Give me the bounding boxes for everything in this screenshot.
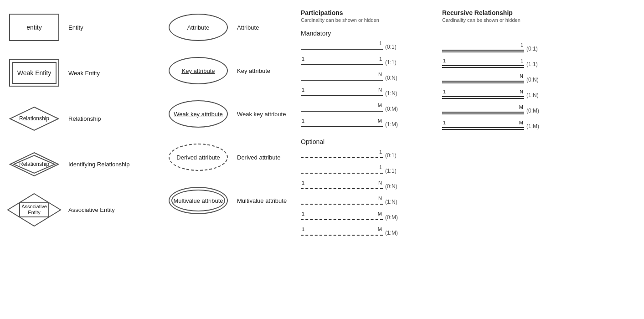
recursive-subtitle: Cardinality can be shown or hidden [442, 17, 561, 23]
mandatory-row-11: 1 1 (1:1) [301, 56, 433, 69]
opt-num-right-0N: N [378, 180, 382, 185]
assoc-entity-inner-label: AssociativeEntity [21, 204, 47, 216]
participations-title: Participations [301, 9, 433, 16]
rec-num-right-1M: M [519, 120, 523, 125]
optional-label: Optional [301, 138, 433, 145]
associative-entity-label: Associative Entity [68, 206, 115, 213]
recursive-line-11: 1 1 [442, 58, 524, 71]
cardinality-1M: (1:M) [383, 121, 406, 128]
identifying-relationship-diamond-label: Relationship [19, 161, 49, 167]
rec-num-left-11: 1 [443, 58, 446, 63]
attribute-shape-box: Attribute [164, 14, 232, 41]
rec-cardinality-1M: (1:M) [524, 123, 547, 129]
rec-cardinality-1N: (1:N) [524, 92, 547, 98]
num-right-11: 1 [379, 56, 382, 62]
key-attribute-label: Key attribute [237, 67, 292, 74]
mandatory-line-1N: 1 N [301, 87, 383, 100]
optional-line-1M: 1 M [301, 226, 383, 239]
recursive-row-11: 1 1 (1:1) [442, 58, 561, 71]
optional-row-0M: 1 M (0:M) [301, 211, 433, 224]
middle-panel: Attribute Attribute Key attribute Key at… [160, 9, 296, 242]
attribute-ellipse: Attribute [169, 14, 228, 41]
optional-row-0N: 1 N (0:N) [301, 180, 433, 193]
mandatory-row-0M: M (0:M) [301, 103, 433, 115]
optional-line-0N: 1 N [301, 180, 383, 193]
cardinality-0M: (0:M) [383, 106, 406, 112]
optional-row-01: 1 (0:1) [301, 149, 433, 162]
opt-num-right-11: 1 [379, 165, 382, 170]
associative-entity-shape: AssociativeEntity [7, 193, 62, 227]
recursive-line-0N: N [442, 73, 524, 86]
attribute-ellipse-label: Attribute [187, 24, 209, 31]
optional-row-1N: N (1:N) [301, 196, 433, 208]
associative-entity-row: AssociativeEntity Associative Entity [5, 191, 160, 228]
mandatory-row-1N: 1 N (1:N) [301, 87, 433, 100]
rec-num-right-0M: M [519, 104, 523, 110]
num-right-01: 1 [379, 41, 382, 46]
num-right-0N: N [378, 72, 382, 77]
mandatory-line-1M: 1 M [301, 118, 383, 131]
weak-entity-inner: Weak Entity [12, 62, 57, 84]
mandatory-line-11: 1 1 [301, 56, 383, 69]
associative-entity-shape-box: AssociativeEntity [5, 191, 64, 228]
participations-panel: Participations Cardinality can be shown … [296, 9, 433, 242]
entity-rect: entity [9, 14, 59, 41]
identifying-relationship-diamond: Relationship [9, 152, 59, 177]
rec-num-left-1M: 1 [443, 120, 446, 125]
cardinality-0N: (0:N) [383, 75, 406, 81]
relationship-diamond-label: Relationship [19, 115, 49, 122]
relationship-shape-box: Relationship [5, 103, 64, 134]
opt-num-right-0M: M [378, 211, 382, 216]
opt-num-left-0M: 1 [302, 211, 304, 216]
num-left-1M: 1 [302, 118, 304, 123]
mandatory-line-01: 1 [301, 41, 383, 53]
weak-entity-shape-box: Weak Entity [5, 59, 64, 87]
weak-key-attribute-shape-box: Weak key attribute [164, 100, 232, 128]
cardinality-01: (0:1) [383, 44, 406, 50]
entity-shape-box: entity [5, 14, 64, 41]
rec-num-right-01: 1 [520, 42, 523, 48]
recursive-row-1M: 1 M (1:M) [442, 120, 561, 133]
optional-row-1M: 1 M (1:M) [301, 226, 433, 239]
derived-attribute-ellipse-label: Derived attribute [176, 154, 220, 161]
recursive-line-0M: M [442, 104, 524, 117]
derived-attribute-ellipse: Derived attribute [169, 144, 228, 171]
attribute-label: Attribute [237, 24, 292, 31]
multivalue-attribute-ellipse-label: Multivalue attribute [173, 197, 223, 204]
weak-key-attribute-ellipse-label: Weak key attribute [174, 111, 222, 118]
key-attribute-ellipse: Key attribute [169, 57, 228, 84]
opt-cardinality-0N: (0:N) [383, 183, 406, 190]
rec-num-right-11: 1 [520, 58, 523, 63]
opt-cardinality-1N: (1:N) [383, 199, 406, 205]
rec-cardinality-0M: (0:M) [524, 108, 547, 114]
cardinality-11: (1:1) [383, 59, 406, 66]
multivalue-attribute-label: Multivalue attribute [237, 197, 292, 204]
relationship-label: Relationship [68, 115, 109, 122]
rec-cardinality-0N: (0:N) [524, 77, 547, 83]
mandatory-row-0N: N (0:N) [301, 72, 433, 84]
opt-num-right-01: 1 [379, 149, 382, 154]
weak-entity-label: Weak Entity [68, 70, 109, 77]
num-right-0M: M [378, 103, 382, 108]
identifying-relationship-label: Identifying Relationship [68, 161, 129, 168]
attribute-row: Attribute Attribute [164, 9, 296, 46]
recursive-title: Recursive Relationship [442, 9, 561, 16]
participations-subtitle: Cardinality can be shown or hidden [301, 17, 433, 23]
relationship-row: Relationship Relationship [5, 100, 160, 137]
derived-attribute-label: Derived attribute [237, 154, 292, 161]
recursive-row-0N: N (0:N) [442, 73, 561, 86]
opt-num-right-1N: N [378, 196, 382, 201]
multivalue-attribute-row: Multivalue attribute Multivalue attribut… [164, 182, 296, 219]
recursive-row-01: 1 (0:1) [442, 42, 561, 55]
entity-rect-label: entity [26, 24, 41, 31]
identifying-relationship-row: Relationship Identifying Relationship [5, 146, 160, 182]
num-left-1N: 1 [302, 87, 304, 93]
entity-label: Entity [68, 24, 109, 31]
opt-num-left-1M: 1 [302, 226, 304, 232]
opt-cardinality-1M: (1:M) [383, 230, 406, 236]
optional-row-11: 1 (1:1) [301, 165, 433, 177]
recursive-panel: Recursive Relationship Cardinality can b… [433, 9, 561, 242]
optional-line-0M: 1 M [301, 211, 383, 224]
optional-line-11: 1 [301, 165, 383, 177]
cardinality-1N: (1:N) [383, 90, 406, 97]
